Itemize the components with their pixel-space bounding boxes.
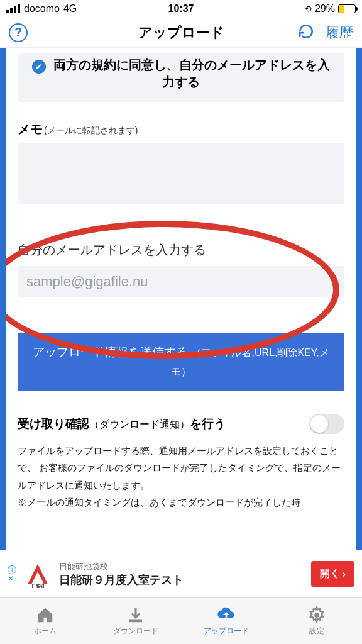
agree-text: 両方の規約に同意し、自分のメールアドレスを入力する [53,58,330,89]
svg-point-1 [314,613,319,618]
notify-label: 受け取り確認（ダウンロード通知）を行う [18,416,226,432]
notify-toggle[interactable] [309,414,344,434]
svg-text:日能研: 日能研 [31,584,45,588]
ad-subtitle: 日能研池袋校 [59,561,305,572]
clock: 10:37 [168,3,194,14]
tab-download[interactable]: ダウンロード [90,598,181,644]
email-field[interactable] [18,266,344,297]
chevron-right-icon: › [343,569,346,580]
memo-label: メモ (メールに転記されます) [18,121,344,138]
content-scroll[interactable]: ✔ 両方の規約に同意し、自分のメールアドレスを入力する メモ (メールに転記され… [0,48,362,550]
ad-cta-button[interactable]: 開く› [311,561,354,587]
submit-upload-button[interactable]: アップロード情報を送信する （ファイル名,URL,削除KEY,メモ） [18,333,344,391]
notify-description: ファイルをアップロードする際、通知用メールアドレスを設定しておくことで、 お客様… [18,443,344,512]
ad-title: 日能研９月度入室テスト [59,572,305,587]
adchoices-icon[interactable]: i✕ [8,565,16,583]
help-icon[interactable]: ? [9,23,28,42]
tab-bar: ホーム ダウンロード アップロード 設定 [0,597,362,644]
page-title: アップロード [138,23,224,42]
battery-percent: 29% [315,3,335,14]
ad-banner[interactable]: i✕ 日能研 日能研池袋校 日能研９月度入室テスト 開く› [0,550,362,597]
agree-checkbox-row[interactable]: ✔ 両方の規約に同意し、自分のメールアドレスを入力する [18,53,344,102]
reload-icon[interactable] [298,23,314,42]
history-link[interactable]: 履歴 [326,23,353,42]
orientation-lock-icon: ⟲ [304,4,312,14]
tab-upload[interactable]: アップロード [181,598,272,644]
tab-settings[interactable]: 設定 [272,598,362,644]
check-icon: ✔ [32,60,46,74]
memo-textarea[interactable] [18,143,344,204]
tab-home[interactable]: ホーム [0,598,90,644]
email-label: 自分のメールアドレスを入力する [18,242,344,258]
nav-bar: ? アップロード 履歴 [0,18,362,48]
ad-logo: 日能研 [23,559,53,589]
signal-icon [6,4,20,13]
carrier-label: docomo [24,3,60,14]
network-label: 4G [63,3,77,14]
status-bar: docomo 4G 10:37 ⟲ 29% [0,0,362,18]
battery-icon [338,4,356,13]
